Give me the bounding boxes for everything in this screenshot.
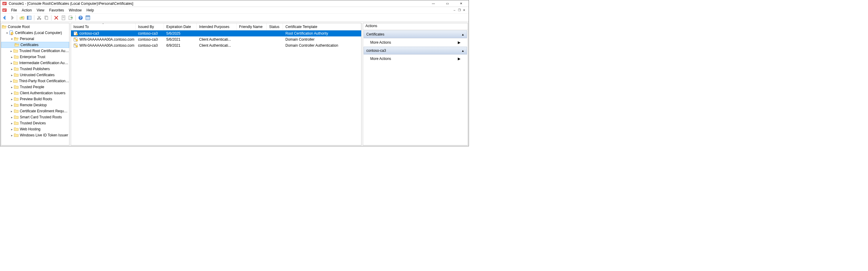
actions-item[interactable]: More Actions▶: [364, 39, 467, 46]
tree-expander-icon[interactable]: [10, 61, 13, 65]
tree-node-store[interactable]: Web Hosting: [1, 126, 69, 132]
actions-section-label: contoso-ca3: [366, 49, 386, 53]
forward-button[interactable]: [9, 15, 16, 21]
show-hide-action-pane-button[interactable]: [85, 15, 91, 21]
tree-expander-icon[interactable]: [10, 121, 14, 125]
actions-section-header[interactable]: contoso-ca3▲: [364, 47, 467, 54]
tree-label: Certificate Enrollment Requests: [20, 109, 69, 113]
tree-label: Trusted People: [20, 85, 44, 89]
results-list-pane: Issued To Issued By Expiration Date Inte…: [71, 23, 362, 145]
menu-window[interactable]: Window: [66, 7, 84, 13]
menu-help[interactable]: Help: [84, 7, 97, 13]
tree-expander-icon[interactable]: [10, 110, 14, 113]
tree-label: Certificates: [21, 43, 38, 47]
back-button[interactable]: [1, 15, 8, 21]
tree-node-console-root[interactable]: Console Root: [1, 24, 69, 30]
tree-expander-icon[interactable]: [10, 128, 14, 131]
delete-button[interactable]: [53, 15, 60, 21]
tree-node-store[interactable]: Third-Party Root Certification Authoriti…: [1, 78, 69, 84]
minimize-button[interactable]: —: [427, 0, 440, 7]
tree-node-store[interactable]: Trusted Publishers: [1, 66, 69, 72]
mdi-minimize-button[interactable]: –: [452, 8, 457, 12]
tree-expander-icon[interactable]: [10, 98, 14, 101]
menu-bar: File Action View Favorites Window Help –…: [0, 7, 469, 13]
certificate-icon: [73, 37, 78, 42]
mdi-close-button[interactable]: ✕: [462, 8, 466, 12]
tree-expander-icon[interactable]: [10, 91, 14, 95]
tree-node-store[interactable]: Remote Desktop: [1, 102, 69, 108]
menu-file[interactable]: File: [9, 7, 19, 13]
export-button[interactable]: [67, 15, 74, 21]
tree-node-store[interactable]: Enterprise Trust: [1, 54, 69, 60]
tree-node-store[interactable]: Windows Live ID Token Issuer: [1, 132, 69, 138]
tree-expander-icon[interactable]: [10, 85, 14, 89]
cell-template: Domain Controller: [283, 37, 361, 42]
mmc-icon: [2, 8, 7, 12]
tree-node-store[interactable]: Client Authentication Issuers: [1, 90, 69, 96]
tree-expander-icon[interactable]: [10, 116, 14, 119]
mdi-restore-button[interactable]: ❐: [457, 8, 461, 12]
folder-icon: [2, 24, 7, 29]
column-header-status[interactable]: Status: [267, 23, 283, 30]
cell-template: Domain Controller Authentication: [283, 43, 361, 48]
menu-view[interactable]: View: [34, 7, 47, 13]
certificate-row[interactable]: WIN-0AAAAAAA00A.contoso.comcontoso-ca36/…: [71, 43, 361, 49]
tree-node-store[interactable]: Intermediate Certification Authorities: [1, 60, 69, 66]
menu-favorites[interactable]: Favorites: [47, 7, 66, 13]
certificate-row[interactable]: WIN-0AAAAAAA00A.contoso.comcontoso-ca35/…: [71, 36, 361, 43]
tree-label: Personal: [20, 37, 34, 41]
menu-action[interactable]: Action: [19, 7, 34, 13]
tree-node-store[interactable]: Trusted People: [1, 84, 69, 90]
cut-button[interactable]: [36, 15, 42, 21]
separator: [51, 15, 52, 21]
certificate-row[interactable]: contoso-ca3contoso-ca35/6/2025Root Certi…: [71, 30, 361, 36]
cell-issued-to: contoso-ca3: [80, 31, 99, 35]
folder-icon: [14, 36, 19, 41]
tree-node-store[interactable]: Trusted Devices: [1, 120, 69, 126]
tree-node-personal[interactable]: Personal: [1, 36, 69, 42]
tree-node-cert-snapin[interactable]: Certificates (Local Computer): [1, 30, 69, 36]
cell-purpose: Client Authenticati...: [197, 37, 237, 42]
certificate-snapin-icon: [9, 30, 14, 35]
column-header-expiration[interactable]: Expiration Date: [164, 23, 197, 30]
properties-button[interactable]: [60, 15, 67, 21]
tree-expander-icon[interactable]: [10, 67, 14, 71]
tree-expander-icon[interactable]: [10, 37, 14, 40]
tree-node-certificates[interactable]: Certificates: [1, 42, 69, 48]
actions-section-header[interactable]: Certificates▲: [364, 30, 467, 38]
up-button[interactable]: [19, 15, 25, 21]
column-header-issued-to[interactable]: Issued To: [71, 23, 136, 30]
tree-node-store[interactable]: Preview Build Roots: [1, 96, 69, 102]
column-header-issued-by[interactable]: Issued By: [136, 23, 164, 30]
tree-node-store[interactable]: Untrusted Certificates: [1, 72, 69, 78]
tree-expander-icon[interactable]: [10, 104, 14, 107]
column-header-purpose[interactable]: Intended Purposes: [197, 23, 237, 30]
folder-icon: [13, 60, 18, 65]
tree-expander-icon[interactable]: [5, 31, 9, 35]
window-title: Console1 - [Console Root\Certificates (L…: [9, 1, 427, 6]
folder-icon: [14, 103, 19, 108]
tree-node-store[interactable]: Trusted Root Certification Authorities: [1, 48, 69, 54]
column-header-template[interactable]: Certificate Template: [283, 23, 361, 30]
actions-item[interactable]: More Actions▶: [364, 55, 467, 62]
separator: [17, 15, 17, 21]
cell-issued-by: contoso-ca3: [136, 31, 164, 35]
tree-node-store[interactable]: Smart Card Trusted Roots: [1, 114, 69, 120]
tree-expander-icon[interactable]: [10, 80, 13, 83]
column-header-friendly-name[interactable]: Friendly Name: [237, 23, 267, 30]
folder-icon: [14, 85, 19, 89]
chevron-up-icon: ▲: [461, 49, 464, 52]
tree-node-store[interactable]: Certificate Enrollment Requests: [1, 108, 69, 114]
mdi-controls: – ❐ ✕: [452, 8, 467, 12]
show-hide-tree-button[interactable]: [26, 15, 32, 21]
tree-expander-icon[interactable]: [10, 49, 13, 53]
maximize-button[interactable]: ▭: [440, 0, 454, 7]
copy-button[interactable]: [43, 15, 50, 21]
folder-icon: [14, 66, 19, 71]
tree-expander-icon[interactable]: [10, 74, 14, 77]
tree-expander-icon[interactable]: [10, 134, 14, 137]
close-button[interactable]: ✕: [454, 0, 468, 7]
tree-expander-icon[interactable]: [10, 55, 14, 59]
help-button[interactable]: [77, 15, 84, 21]
tree-label: Trusted Root Certification Authorities: [19, 49, 69, 53]
